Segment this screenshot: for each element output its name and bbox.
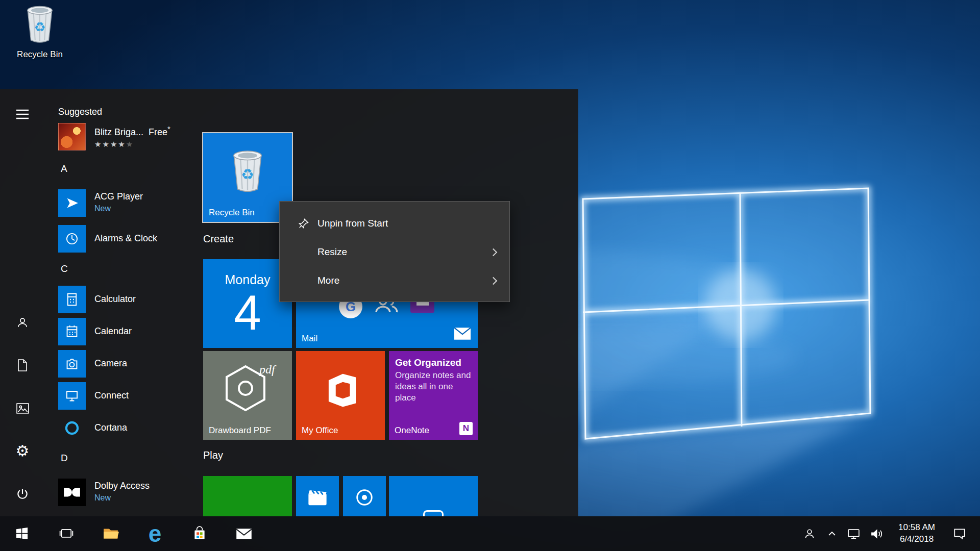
recycle-bin-desktop-icon[interactable]: ♻ Recycle Bin [7,4,72,60]
music-disc-icon [355,488,374,507]
menu-item-unpin-from-start[interactable]: Unpin from Start [280,209,509,238]
clapperboard-icon [307,488,328,507]
people-icon [803,527,816,540]
tile-group-create[interactable]: Create [203,233,234,245]
my-office-tile[interactable]: My Office [296,351,385,440]
svg-text:pdf: pdf [258,363,277,376]
mail-icon [236,528,252,540]
windows-logo-icon [15,527,29,541]
store-button[interactable] [177,516,222,551]
clock-time: 10:58 AM [898,522,935,534]
start-menu: ⚙ Suggested Blitz Briga...Free* ★★★★★ [0,89,578,516]
action-center-icon [953,527,966,540]
calendar-day-number: 4 [203,288,292,337]
edge-button[interactable]: e [133,516,177,551]
file-explorer-icon [103,527,119,541]
desktop: ♻ Recycle Bin [0,0,980,551]
xbox-green-tile[interactable] [203,476,292,516]
start-button[interactable] [0,516,44,551]
recycle-glyph: ♻ [241,166,254,183]
tile-group-play[interactable]: Play [203,449,223,461]
game-blue-tile[interactable] [389,476,478,516]
chevron-up-icon [828,531,836,536]
mail-envelope-icon [454,328,471,342]
drawboard-pdf-tile[interactable]: pdf Drawboard PDF [203,351,292,440]
show-hidden-icons-button[interactable] [822,516,842,551]
tile-context-menu: Unpin from Start Resize More [279,201,510,302]
recycle-bin-icon: ♻ [23,4,57,47]
system-tray: 10:58 AM 6/4/2018 [797,516,980,551]
tile-panel: ♻ Recycle Bin Create Monday 4 G [0,89,578,516]
people-button[interactable] [797,516,822,551]
onenote-headline: Get Organized [395,357,472,368]
office-logo-icon [322,371,359,409]
drawboard-pdf-icon: pdf [217,360,278,416]
recycle-bin-tile[interactable]: ♻ Recycle Bin [203,133,292,222]
task-view-button[interactable] [44,516,88,551]
mail-button[interactable] [222,516,266,551]
volume-button[interactable] [865,516,888,551]
onenote-tile[interactable]: Get Organized Organize notes and ideas a… [389,351,478,440]
submenu-chevron-icon [489,248,498,256]
file-explorer-button[interactable] [88,516,133,551]
submenu-chevron-icon [489,277,498,285]
clock-date: 6/4/2018 [900,534,934,545]
network-icon [847,528,861,540]
action-center-button[interactable] [945,516,974,551]
network-button[interactable] [842,516,865,551]
onenote-body: Organize notes and ideas all in one plac… [395,370,473,403]
speaker-icon [870,528,884,540]
recycle-bin-label: Recycle Bin [17,49,63,60]
task-view-icon [59,527,74,540]
groove-music-tile[interactable] [343,476,386,516]
menu-item-more[interactable]: More [280,266,509,295]
movies-tv-tile[interactable] [296,476,339,516]
game-tile-icon [423,510,444,516]
store-icon [192,526,207,541]
menu-item-resize[interactable]: Resize [280,238,509,266]
taskbar-clock[interactable]: 10:58 AM 6/4/2018 [888,516,945,551]
edge-icon: e [149,522,162,545]
onenote-icon: N [459,422,473,435]
unpin-icon [297,217,317,230]
recycle-glyph: ♻ [34,20,46,34]
recycle-bin-tile-icon: ♻ [229,148,266,196]
taskbar: e [0,516,980,551]
calendar-tile[interactable]: Monday 4 [203,259,292,348]
